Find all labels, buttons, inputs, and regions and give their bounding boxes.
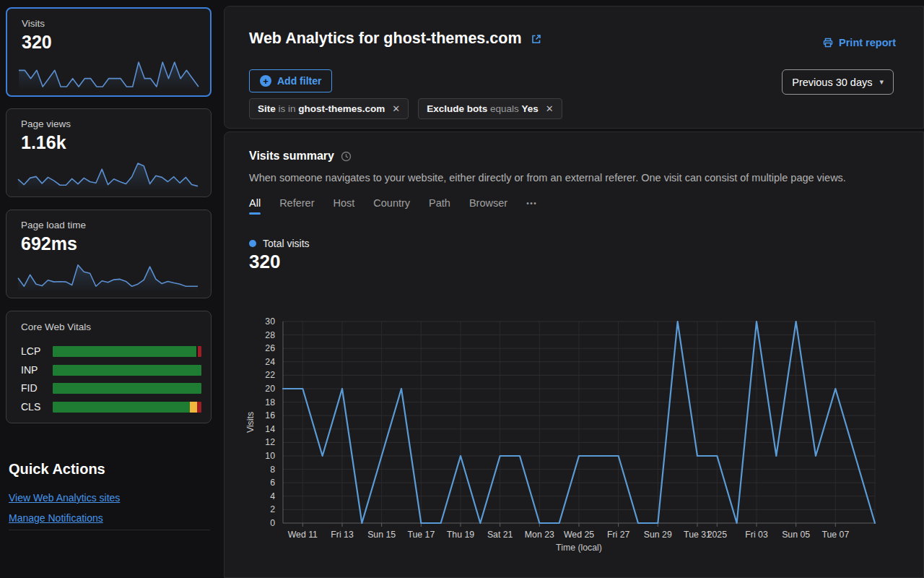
svg-text:16: 16 — [265, 410, 275, 420]
printer-icon — [822, 37, 834, 48]
header-panel: Web Analytics for ghost-themes.com Print… — [224, 6, 924, 129]
kpi-card-visits[interactable]: Visits 320 — [6, 7, 212, 97]
svg-text:Sun 05: Sun 05 — [782, 530, 810, 540]
svg-text:30: 30 — [265, 316, 275, 327]
svg-text:Thu 19: Thu 19 — [447, 530, 474, 540]
visits-chart: 024681012141618202224262830Wed 11Fri 13S… — [225, 310, 924, 564]
svg-text:Tue 17: Tue 17 — [407, 530, 435, 540]
close-icon[interactable]: ✕ — [392, 103, 400, 114]
vital-bar-fid — [53, 383, 201, 394]
date-range-label: Previous 30 days — [792, 77, 872, 88]
add-filter-button[interactable]: + Add filter — [249, 69, 332, 92]
vital-row-cls: CLS — [21, 401, 201, 413]
svg-text:8: 8 — [270, 465, 275, 475]
tab-path[interactable]: Path — [429, 197, 450, 215]
tab-referer[interactable]: Referer — [279, 197, 314, 215]
svg-text:Fri 13: Fri 13 — [331, 530, 354, 540]
chart-legend: Total visits — [249, 238, 310, 249]
svg-text:14: 14 — [265, 424, 275, 434]
svg-text:18: 18 — [265, 397, 275, 407]
kpi-label: Page load time — [21, 220, 86, 230]
vital-label: CLS — [21, 401, 53, 413]
total-visits-value: 320 — [249, 251, 280, 273]
svg-text:4: 4 — [270, 491, 275, 501]
svg-text:Mon 23: Mon 23 — [525, 530, 554, 540]
filter-field: Site — [258, 103, 276, 114]
filter-operator: is in — [276, 103, 299, 114]
svg-text:Tue 07: Tue 07 — [821, 530, 849, 540]
visits-sparkline — [17, 59, 200, 91]
visits-summary-panel: Visits summary When someone navigates to… — [224, 131, 924, 578]
tabs-overflow-button[interactable]: ••• — [526, 199, 537, 213]
external-link-icon[interactable] — [531, 33, 542, 45]
kpi-card-page-views[interactable]: Page views 1.16k — [6, 108, 212, 197]
print-report-button[interactable]: Print report — [822, 37, 896, 48]
link-view-web-analytics-sites[interactable]: View Web Analytics sites — [9, 492, 120, 504]
svg-text:2: 2 — [270, 504, 275, 514]
svg-text:24: 24 — [265, 357, 275, 367]
vital-row-inp: INP — [21, 364, 201, 376]
svg-text:2025: 2025 — [707, 530, 728, 540]
print-report-label: Print report — [839, 37, 896, 48]
svg-text:Fri 03: Fri 03 — [745, 530, 768, 540]
svg-text:0: 0 — [270, 518, 275, 528]
sidebar-divider — [9, 530, 210, 530]
svg-text:Fri 27: Fri 27 — [607, 530, 630, 540]
legend-label: Total visits — [263, 238, 310, 249]
tab-host[interactable]: Host — [333, 197, 354, 215]
svg-text:20: 20 — [265, 384, 275, 394]
svg-text:Sun 15: Sun 15 — [367, 530, 396, 540]
close-icon[interactable]: ✕ — [546, 103, 554, 114]
legend-dot — [249, 240, 256, 247]
page-load-sparkline — [17, 262, 199, 293]
vitals-title: Core Web Vitals — [21, 322, 91, 332]
svg-text:22: 22 — [265, 370, 275, 380]
page-title-text: Web Analytics for ghost-themes.com — [249, 30, 522, 48]
svg-text:10: 10 — [265, 451, 275, 461]
kpi-label: Visits — [22, 18, 45, 29]
kpi-value: 1.16k — [21, 132, 66, 153]
vital-label: LCP — [21, 345, 53, 357]
filter-field: Exclude bots — [427, 103, 487, 114]
web-analytics-page: Visits 320 Page views 1.16k Page load ti… — [0, 0, 924, 578]
svg-text:Visits: Visits — [245, 412, 256, 433]
visits-summary-description: When someone navigates to your website, … — [249, 172, 846, 184]
filter-chip-exclude-bots[interactable]: Exclude bots equals Yes ✕ — [418, 98, 562, 119]
date-range-dropdown[interactable]: Previous 30 days ▾ — [782, 69, 894, 95]
visits-summary-title: Visits summary — [249, 150, 352, 163]
filter-value: ghost-themes.com — [298, 103, 385, 114]
summary-tabs: All Referer Host Country Path Browser ••… — [249, 197, 537, 215]
caret-down-icon: ▾ — [879, 77, 884, 87]
page-title: Web Analytics for ghost-themes.com — [249, 30, 542, 48]
svg-text:Wed 25: Wed 25 — [564, 530, 594, 540]
add-filter-label: Add filter — [277, 75, 321, 87]
svg-text:28: 28 — [265, 330, 275, 340]
svg-text:Wed 11: Wed 11 — [288, 530, 318, 540]
svg-text:Sun 29: Sun 29 — [644, 530, 672, 540]
vital-label: INP — [21, 364, 53, 376]
page-views-sparkline — [17, 160, 199, 192]
svg-text:6: 6 — [270, 478, 275, 488]
vital-bar-cls — [53, 402, 201, 413]
tab-all[interactable]: All — [249, 197, 261, 215]
vital-row-lcp: LCP — [21, 345, 201, 357]
tab-country[interactable]: Country — [373, 197, 410, 215]
kpi-value: 692ms — [21, 233, 77, 254]
link-manage-notifications[interactable]: Manage Notifications — [9, 512, 103, 524]
filter-value: Yes — [522, 103, 539, 114]
visits-summary-title-text: Visits summary — [249, 150, 334, 163]
vital-row-fid: FID — [21, 382, 201, 394]
quick-actions-title: Quick Actions — [9, 461, 105, 478]
kpi-value: 320 — [22, 32, 52, 53]
filter-chip-site[interactable]: Site is in ghost-themes.com ✕ — [249, 98, 409, 119]
vital-bar-lcp — [53, 346, 201, 357]
core-web-vitals-card[interactable]: Core Web Vitals LCP INP FID CLS — [6, 311, 212, 423]
plus-icon: + — [260, 75, 271, 87]
svg-text:Sat 21: Sat 21 — [487, 530, 513, 540]
filter-operator: equals — [487, 103, 521, 114]
kpi-card-page-load-time[interactable]: Page load time 692ms — [6, 210, 212, 298]
tab-browser[interactable]: Browser — [469, 197, 507, 215]
vital-label: FID — [21, 382, 53, 394]
svg-text:26: 26 — [265, 343, 275, 353]
vital-bar-inp — [53, 365, 201, 376]
